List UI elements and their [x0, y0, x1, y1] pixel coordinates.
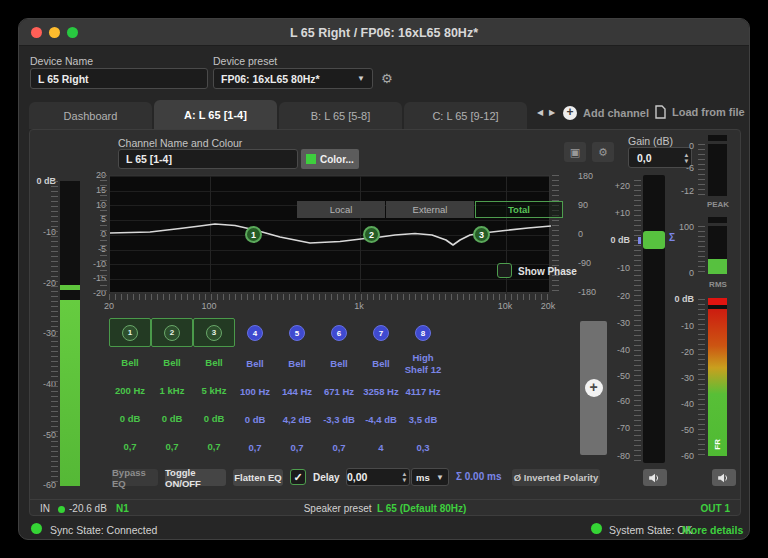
- title-bar: L 65 Right / FP06: 16xL65 80Hz*: [19, 19, 749, 46]
- band-number: 4: [247, 325, 263, 341]
- fader-tick: +10: [602, 208, 630, 218]
- preset-gear-icon[interactable]: ⚙: [381, 71, 393, 86]
- copy-settings-button[interactable]: ▣: [564, 142, 586, 162]
- delay-unit-select[interactable]: ms ▼: [411, 468, 449, 486]
- delay-sum: Σ 0.00 ms: [456, 471, 501, 482]
- peak-tick: -6: [674, 163, 694, 173]
- output-fader-track[interactable]: [643, 175, 665, 463]
- add-band-track[interactable]: +: [580, 321, 607, 455]
- band-q: 0,7: [207, 432, 220, 460]
- out-tick: -30: [670, 373, 694, 383]
- device-preset-select[interactable]: FP06: 16xL65 80Hz* ▼: [213, 68, 373, 89]
- band-frequency: 1 kHz: [160, 376, 185, 404]
- left-meter-ruler: [51, 181, 58, 486]
- eq-marker-3[interactable]: 3: [473, 226, 490, 243]
- output-fader-handle[interactable]: [643, 231, 665, 249]
- delay-value: 0,00: [347, 471, 367, 483]
- speaker-preset: Speaker preset L 65 (Default 80Hz): [30, 503, 740, 514]
- flatten-eq-button[interactable]: Flatten EQ: [233, 469, 283, 486]
- input-meter-bar: [60, 300, 80, 486]
- band-number: 6: [331, 325, 347, 341]
- chevron-down-icon: ▼: [357, 74, 365, 83]
- phase-tick: 90: [578, 200, 600, 210]
- tab-dashboard[interactable]: Dashboard: [29, 102, 152, 129]
- band-number: 5: [289, 325, 305, 341]
- channel-status-row: IN -20.6 dB N1 Speaker preset L 65 (Defa…: [30, 499, 740, 516]
- device-name-input[interactable]: [30, 68, 208, 89]
- window-title: L 65 Right / FP06: 16xL65 80Hz*: [19, 26, 749, 40]
- graph-x-tick: 1k: [349, 301, 369, 311]
- show-phase-label: Show Phase: [518, 266, 577, 277]
- band-gain: 3,5 dB: [409, 405, 438, 433]
- delay-spinner[interactable]: 0,00 ▴▾: [346, 468, 410, 486]
- channel-name-input[interactable]: [118, 149, 298, 169]
- channel-mute-button[interactable]: [643, 469, 667, 486]
- eq-band-column-5[interactable]: 5 Bell 144 Hz 4,2 dB 0,7: [276, 318, 318, 461]
- mode-total-button[interactable]: Total: [475, 201, 563, 218]
- eq-band-column-1[interactable]: 1 Bell 200 Hz 0 dB 0,7: [109, 318, 151, 460]
- more-details-link[interactable]: More details: [682, 524, 743, 536]
- fader-tick: +20: [602, 181, 630, 191]
- tab-channel-a[interactable]: A: L 65 [1-4]: [154, 100, 277, 130]
- band-q: 0,7: [290, 433, 303, 461]
- band-frequency: 4117 Hz: [406, 377, 441, 405]
- out-meter-bar: [708, 309, 727, 456]
- device-preset-value: FP06: 16xL65 80Hz*: [221, 73, 320, 85]
- rms-label: RMS: [696, 280, 740, 289]
- out-tick: -60: [670, 451, 694, 461]
- band-type: Bell: [330, 350, 347, 377]
- delay-stepper-icons[interactable]: ▴▾: [400, 471, 409, 483]
- band-type: High Shelf 12: [400, 350, 446, 377]
- band-gain: 0 dB: [245, 405, 266, 433]
- inverted-polarity-button[interactable]: Ø Inverted Polarity: [512, 469, 600, 486]
- rms-bar: [708, 259, 727, 274]
- band-type: Bell: [246, 350, 263, 377]
- graph-x-tick: 10k: [494, 301, 516, 311]
- graph-x-tick: 20: [104, 301, 120, 311]
- show-phase-checkbox[interactable]: [497, 263, 512, 278]
- band-q: 0,7: [248, 433, 261, 461]
- band-q: 0,3: [416, 433, 429, 461]
- eq-band-column-3[interactable]: 3 Bell 5 kHz 0 dB 0,7: [193, 318, 235, 460]
- toggle-on-off-button[interactable]: Toggle ON/OFF: [165, 469, 226, 486]
- band-number: 8: [415, 325, 431, 341]
- add-channel-button[interactable]: + Add channel: [563, 106, 649, 120]
- rms-ruler: [698, 226, 705, 274]
- bypass-eq-button[interactable]: Bypass EQ: [112, 469, 158, 486]
- output-meter: FR: [708, 298, 727, 456]
- gain-stepper-icons[interactable]: ▴▾: [682, 152, 691, 164]
- output-mute-button[interactable]: [712, 469, 736, 486]
- add-band-button[interactable]: +: [585, 379, 603, 397]
- delay-checkbox[interactable]: ✓: [290, 469, 306, 485]
- mode-local-button[interactable]: Local: [297, 201, 385, 218]
- tab-channel-b[interactable]: B: L 65 [5-8]: [279, 102, 402, 129]
- load-from-file-button[interactable]: Load from file: [655, 105, 745, 119]
- sync-state-dot: [31, 523, 42, 534]
- mode-external-button[interactable]: External: [386, 201, 474, 218]
- eq-band-column-8[interactable]: 8 High Shelf 12 4117 Hz 3,5 dB 0,3: [400, 318, 446, 461]
- input-meter-peak-hold: [60, 285, 80, 290]
- channel-settings-button[interactable]: ⚙: [592, 142, 614, 162]
- tab-scroll-right-icon[interactable]: ▶: [549, 108, 555, 117]
- tab-scroll-left-icon[interactable]: ◀: [537, 108, 543, 117]
- color-button-label: Color...: [320, 154, 354, 165]
- speaker-icon: [717, 473, 731, 483]
- eq-marker-1[interactable]: 1: [245, 226, 262, 243]
- fader-tick: 0 dB: [596, 235, 630, 245]
- phase-tick: -180: [578, 287, 602, 297]
- band-q: 0,7: [123, 432, 136, 460]
- eq-band-column-6[interactable]: 6 Bell 671 Hz -3,3 dB 0,7: [318, 318, 360, 461]
- band-frequency: 144 Hz: [282, 377, 312, 405]
- eq-marker-2[interactable]: 2: [363, 226, 380, 243]
- band-gain: 0 dB: [120, 404, 141, 432]
- add-channel-icon: +: [563, 106, 577, 120]
- tab-channel-c[interactable]: C: L 65 [9-12]: [404, 102, 527, 129]
- band-type: Bell: [372, 350, 389, 377]
- color-button[interactable]: Color...: [301, 149, 359, 169]
- peak-cap: [708, 135, 727, 141]
- eq-band-column-4[interactable]: 4 Bell 100 Hz 0 dB 0,7: [234, 318, 276, 461]
- eq-band-column-2[interactable]: 2 Bell 1 kHz 0 dB 0,7: [151, 318, 193, 460]
- eq-band-column-7[interactable]: 7 Bell 3258 Hz -4,4 dB 4: [360, 318, 402, 461]
- peak-tick: 0: [674, 141, 694, 151]
- channel-name-label: Channel Name and Colour: [118, 137, 242, 149]
